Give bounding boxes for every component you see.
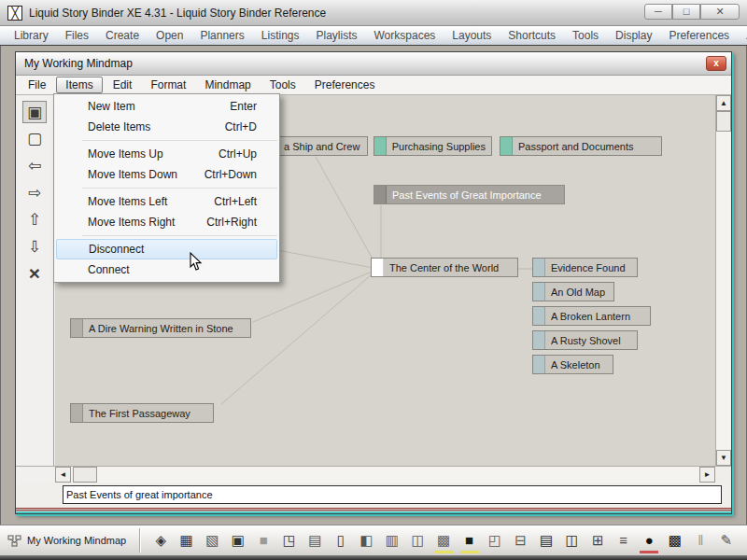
- node-color-tab[interactable]: [71, 404, 83, 422]
- list-icon[interactable]: ▤: [537, 531, 556, 550]
- save-icon[interactable]: ▣: [22, 101, 47, 123]
- app-menu-workspaces[interactable]: Workspaces: [366, 27, 444, 44]
- grid-icon[interactable]: ▦: [177, 531, 196, 550]
- app-menu-create[interactable]: Create: [97, 27, 148, 44]
- menu-item-connect[interactable]: Connect: [56, 259, 277, 280]
- mindmap-node-evidence-found[interactable]: Evidence Found: [532, 258, 638, 277]
- move-left-icon[interactable]: ⇦: [22, 153, 47, 177]
- title-bar[interactable]: ╳ Liquid Story Binder XE 4.31 - Liquid S…: [0, 0, 747, 26]
- save-icon[interactable]: ▣: [229, 531, 247, 550]
- menu-item-move-items-down[interactable]: Move Items DownCtrl+Down: [56, 164, 277, 185]
- new-item-icon[interactable]: ▢: [22, 126, 47, 150]
- rows-icon[interactable]: ≡: [614, 531, 633, 550]
- menu-item-move-items-left[interactable]: Move Items LeftCtrl+Left: [56, 191, 277, 212]
- layout-grid-icon[interactable]: ⊞: [588, 531, 607, 550]
- horizontal-scroll-thumb[interactable]: [73, 467, 97, 483]
- outline-icon[interactable]: ▥: [383, 531, 402, 550]
- mindmap-node-past-events-of-great-importance[interactable]: Past Events of Great Importance: [374, 185, 565, 204]
- minimize-button[interactable]: ─: [644, 4, 672, 20]
- mindmap-node-a-dire-warning-written-in-stone[interactable]: A Dire Warning Written in Stone: [70, 318, 251, 338]
- mindmap-node-purchasing-supplies[interactable]: Purchasing Supplies: [374, 136, 492, 156]
- move-up-icon[interactable]: ⇧: [22, 207, 47, 231]
- mindmap-menu-items[interactable]: Items: [56, 77, 102, 93]
- menu-item-move-items-up[interactable]: Move Items UpCtrl+Up: [56, 144, 277, 164]
- mindmap-node-passport-and-documents[interactable]: Passport and Documents: [500, 136, 662, 156]
- taskbar-tab-mindmap[interactable]: My Working Mindmap: [0, 525, 139, 555]
- app-menu-about[interactable]: About: [738, 27, 747, 44]
- delete-icon[interactable]: ×: [22, 261, 47, 286]
- calendar-icon[interactable]: ◰: [486, 531, 504, 550]
- image-icon[interactable]: ■: [460, 531, 479, 550]
- photo-icon[interactable]: ●: [640, 531, 658, 550]
- menu-item-delete-items[interactable]: Delete ItemsCtrl+D: [56, 117, 277, 137]
- app-menu-tools[interactable]: Tools: [564, 27, 607, 44]
- thumbnails-icon[interactable]: ▩: [434, 531, 453, 550]
- notes-icon[interactable]: ▤: [305, 531, 324, 550]
- app-menu-listings[interactable]: Listings: [253, 27, 308, 44]
- package-icon[interactable]: ▧: [203, 531, 221, 550]
- mindmap-menu-tools[interactable]: Tools: [261, 77, 304, 92]
- node-color-tab[interactable]: [533, 331, 545, 349]
- maximize-button[interactable]: □: [672, 4, 700, 20]
- mindmap-node-a-broken-lantern[interactable]: A Broken Lantern: [532, 306, 651, 326]
- app-menu-preferences[interactable]: Preferences: [660, 27, 738, 44]
- app-menu-shortcuts[interactable]: Shortcuts: [500, 27, 564, 44]
- node-color-tab[interactable]: [71, 319, 83, 337]
- menu-item-new-item[interactable]: New ItemEnter: [56, 96, 277, 117]
- menu-item-disconnect[interactable]: Disconnect: [56, 239, 277, 259]
- scroll-left-button[interactable]: ◄: [55, 467, 71, 483]
- columns-icon[interactable]: ◫: [408, 531, 427, 550]
- mindmap-menu-edit[interactable]: Edit: [105, 77, 141, 92]
- app-menu-display[interactable]: Display: [607, 27, 660, 44]
- vertical-scrollbar[interactable]: ▲ ▼: [715, 95, 731, 466]
- mindmap-titlebar[interactable]: My Working Mindmap x: [16, 52, 731, 76]
- app-menu-playlists[interactable]: Playlists: [307, 27, 365, 44]
- mindmap-menu-mindmap[interactable]: Mindmap: [196, 77, 259, 92]
- new-page-icon[interactable]: ▯: [331, 531, 350, 550]
- node-color-tab[interactable]: [533, 356, 545, 373]
- app-menu-open[interactable]: Open: [148, 27, 191, 44]
- app-menu-layouts[interactable]: Layouts: [444, 27, 500, 44]
- mindmap-menu-preferences[interactable]: Preferences: [306, 77, 384, 92]
- mindmap-menu-format[interactable]: Format: [142, 77, 194, 92]
- app-menu-planners[interactable]: Planners: [191, 27, 252, 44]
- scroll-down-button[interactable]: ▼: [716, 450, 731, 466]
- layers-icon[interactable]: ◈: [151, 531, 170, 550]
- mindmap-menu-file[interactable]: File: [20, 77, 54, 92]
- pause-icon[interactable]: ‖: [691, 531, 710, 550]
- node-color-tab[interactable]: [372, 259, 384, 276]
- menu-separator: [82, 188, 277, 189]
- move-down-icon[interactable]: ⇩: [22, 234, 47, 259]
- mindmap-node-the-center-of-the-world[interactable]: The Center of the World: [371, 258, 518, 277]
- pen-icon[interactable]: ✎: [717, 531, 736, 550]
- mindmap-node-an-old-map[interactable]: An Old Map: [532, 282, 614, 301]
- swatch-icon[interactable]: ■: [254, 531, 273, 550]
- horizontal-scrollbar[interactable]: ◄ ►: [16, 466, 731, 483]
- node-color-tab[interactable]: [374, 137, 387, 155]
- node-color-tab[interactable]: [533, 307, 545, 325]
- panels-icon[interactable]: ◫: [563, 531, 582, 550]
- node-color-tab[interactable]: [374, 186, 387, 203]
- app-menu-files[interactable]: Files: [57, 27, 97, 44]
- scroll-right-button[interactable]: ►: [699, 467, 715, 483]
- table-icon[interactable]: ◧: [357, 531, 375, 550]
- app-menu-library[interactable]: Library: [6, 27, 57, 44]
- flowchart-icon[interactable]: ⊟: [512, 531, 530, 550]
- mosaic-icon[interactable]: ▩: [666, 531, 684, 550]
- mindmap-node-the-first-passageway[interactable]: The First Passageway: [70, 403, 214, 423]
- horizontal-scroll-track[interactable]: [71, 467, 699, 483]
- node-color-tab[interactable]: [500, 137, 513, 155]
- mindmap-close-button[interactable]: x: [706, 56, 726, 71]
- mindmap-node-a-skeleton[interactable]: A Skeleton: [532, 355, 613, 374]
- move-right-icon[interactable]: ⇨: [22, 180, 47, 204]
- close-button[interactable]: ✕: [700, 4, 740, 20]
- mindmap-node-a-rusty-shovel[interactable]: A Rusty Shovel: [532, 330, 638, 350]
- node-color-tab[interactable]: [533, 259, 545, 276]
- node-caption-input[interactable]: [63, 485, 722, 504]
- scroll-up-button[interactable]: ▲: [716, 95, 731, 111]
- node-color-tab[interactable]: [533, 283, 545, 301]
- mindmap-node-a-ship-and-crew[interactable]: a Ship and Crew: [265, 136, 368, 156]
- vertical-scroll-thumb[interactable]: [716, 111, 731, 132]
- selection-icon[interactable]: ◳: [280, 531, 299, 550]
- menu-item-move-items-right[interactable]: Move Items RightCtrl+Right: [56, 212, 277, 232]
